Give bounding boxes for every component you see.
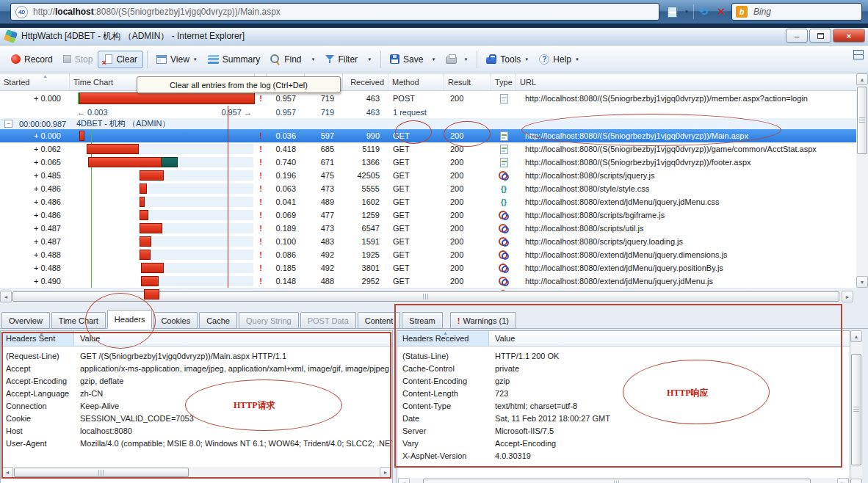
save-button[interactable]: Save▼ [385, 51, 441, 68]
headers-received-vertical-scrollbar[interactable]: ▲ ▼ [850, 330, 862, 483]
grid-vertical-scrollbar[interactable]: ▲ ▼ [856, 73, 868, 288]
scrollbar-thumb[interactable] [14, 468, 189, 477]
scroll-up-icon[interactable]: ▲ [856, 73, 868, 85]
tools-button[interactable]: Tools▼ [481, 51, 534, 68]
stop-button[interactable]: ✕ [712, 3, 730, 21]
header-row[interactable]: Accept-Encodinggzip, deflate [1, 374, 392, 387]
scroll-left-icon[interactable]: ◄ [0, 291, 12, 302]
tab-post-data[interactable]: POST Data [300, 312, 356, 329]
headers-sent-value-column[interactable]: Value [74, 331, 100, 346]
header-row[interactable]: Acceptapplication/x-ms-application, imag… [1, 362, 392, 374]
column-header-url[interactable]: URL [516, 73, 868, 90]
header-row[interactable]: Content-Length723 [397, 387, 850, 399]
url-cell[interactable]: http://localhost:8080/scripts/util.js [516, 222, 868, 235]
tab-warnings[interactable]: !Warnings (1) [450, 312, 516, 329]
scroll-up-icon[interactable]: ▲ [850, 330, 862, 342]
scrollbar-track[interactable] [410, 478, 837, 483]
scroll-left-icon[interactable]: ◄ [398, 478, 410, 483]
header-row[interactable]: (Status-Line)HTTP/1.1 200 OK [397, 349, 850, 362]
request-row[interactable]: + 0.000!0.957719463POST200http://localho… [0, 91, 868, 106]
scrollbar-thumb[interactable] [12, 291, 839, 302]
request-row[interactable]: + 0.487!0.1894736547GET200http://localho… [0, 222, 868, 235]
header-row[interactable]: Content-Encodinggzip [397, 374, 850, 387]
scrollbar-track[interactable] [850, 342, 862, 479]
url-cell[interactable]: http://localhost:8080/scripts/jquery.js [516, 169, 868, 182]
scroll-down-icon[interactable]: ▼ [850, 479, 862, 483]
scrollbar-thumb[interactable] [857, 87, 867, 154]
tab-cookies[interactable]: Cookies [153, 312, 198, 329]
header-row[interactable]: Accept-Languagezh-CN [1, 387, 392, 399]
scroll-right-icon[interactable]: ► [837, 478, 849, 483]
header-row[interactable]: DateSat, 11 Feb 2012 18:00:27 GMT [397, 412, 850, 424]
request-row[interactable]: + 0.486!0.0634735555GET200{}http://local… [0, 182, 868, 195]
header-row[interactable]: (Request-Line)GET /(S(5niogrbezbyj1vjgq0… [1, 349, 392, 362]
view-button[interactable]: View▼ [151, 51, 203, 68]
restore-button[interactable] [809, 29, 831, 43]
header-row[interactable]: ConnectionKeep-Alive [1, 399, 392, 412]
header-row[interactable]: ServerMicrosoft-IIS/7.5 [397, 424, 850, 437]
grid-horizontal-scrollbar[interactable]: ◄ ► [0, 291, 853, 302]
tab-stream[interactable]: Stream [402, 312, 442, 329]
url-cell[interactable]: http://localhost:8080/(S(5niogrbezbyj1vj… [516, 142, 868, 156]
group-header-row[interactable]: −00:00:00.9874DBET - 机构 （ADMIN） [0, 118, 868, 129]
request-row[interactable]: + 0.490!0.1484882952GET200http://localho… [0, 275, 868, 288]
collapse-icon[interactable]: − [4, 120, 12, 128]
filter-button[interactable]: Filter▼ [320, 51, 377, 68]
column-header-result[interactable]: Result [444, 73, 491, 90]
request-row[interactable]: + 0.065!0.7406711366GET200http://localho… [0, 156, 868, 169]
column-header-received[interactable]: Received [343, 73, 388, 90]
headers-sent-name-column[interactable]: Headers Sent [1, 331, 74, 346]
url-cell[interactable]: http://localhost:8080/scripts/bgiframe.j… [516, 208, 868, 222]
url-cell[interactable]: http://localhost:8080/(S(5niogrbezbyj1vj… [516, 129, 868, 142]
url-cell[interactable]: http://localhost:8080/extend/jdMenu/jque… [516, 261, 868, 275]
address-dropdown-button[interactable]: ▼ [681, 3, 692, 21]
column-header-type[interactable]: Type [491, 73, 516, 90]
url-cell[interactable]: http://localhost:8080/extend/jdMenu/jque… [516, 195, 868, 208]
address-bar[interactable]: 4D http://localhost:8080/(S(5niogrbezbyj… [10, 3, 659, 21]
url-cell[interactable]: http://localhost:8080/extend/jdMenu/jque… [516, 275, 868, 288]
scroll-right-icon[interactable]: ► [380, 467, 391, 478]
search-box[interactable]: b Bing [731, 3, 862, 21]
headers-received-horizontal-scrollbar[interactable]: ◄ ► [398, 478, 849, 483]
scrollbar-track[interactable] [13, 467, 380, 478]
clear-button[interactable]: ×Clear [98, 51, 143, 68]
scrollbar-thumb[interactable] [851, 354, 861, 465]
record-button[interactable]: Record [6, 51, 58, 68]
url-cell[interactable]: http://localhost:8080/extend/jdMenu/jque… [516, 248, 868, 261]
header-row[interactable]: Hostlocalhost:8080 [1, 424, 392, 437]
headers-received-value-column[interactable]: Value [489, 331, 515, 346]
headers-sent-horizontal-scrollbar[interactable]: ◄ ► [1, 467, 391, 478]
request-row[interactable]: + 0.487!0.1004831591GET200http://localho… [0, 235, 868, 248]
stop-recording-button[interactable]: Stop [58, 51, 98, 68]
url-cell[interactable]: http://localhost:8080/style/style.css [516, 182, 868, 195]
find-button[interactable]: Find▼ [265, 51, 320, 68]
header-row[interactable]: X-AspNet-Version4.0.30319 [397, 449, 850, 462]
print-button[interactable]: ▼ [441, 51, 473, 67]
request-row[interactable]: + 0.488!0.0864921925GET200http://localho… [0, 248, 868, 261]
refresh-button[interactable]: ⟲ [695, 3, 712, 21]
scroll-left-icon[interactable]: ◄ [1, 467, 13, 478]
url-cell[interactable]: http://localhost:8080/(S(5niogrbezbyj1vj… [516, 156, 868, 169]
tab-content[interactable]: Content [358, 312, 401, 329]
request-row[interactable]: + 0.485!0.19647542505GET200http://localh… [0, 169, 868, 182]
request-row[interactable]: + 0.062!0.4186855119GET200http://localho… [0, 142, 868, 156]
close-button[interactable]: × [833, 29, 865, 43]
address-url[interactable]: http://localhost:8080/(S(5niogrbezbyj1vj… [33, 7, 281, 17]
header-row[interactable]: VaryAccept-Encoding [397, 437, 850, 449]
help-button[interactable]: ?Help▼ [534, 51, 585, 68]
header-row[interactable]: CookieSESSION_VALID_CODE=7053 [1, 412, 392, 424]
request-row[interactable]: + 0.000!0.036597990GET200http://localhos… [0, 129, 868, 142]
scroll-right-icon[interactable]: ► [842, 291, 853, 302]
tab-headers[interactable]: Headers [107, 310, 153, 329]
url-cell[interactable]: http://localhost:8080/scripts/jquery.loa… [516, 235, 868, 248]
header-row[interactable]: Cache-Controlprivate [397, 362, 850, 374]
column-header-method[interactable]: Method [388, 73, 444, 90]
header-row[interactable]: Content-Typetext/html; charset=utf-8 [397, 399, 850, 412]
scrollbar-thumb[interactable] [423, 479, 811, 483]
summary-button[interactable]: Summary [203, 51, 265, 68]
compatibility-view-button[interactable] [662, 3, 681, 21]
scroll-down-icon[interactable]: ▼ [856, 276, 868, 288]
scrollbar-track[interactable] [12, 291, 842, 302]
header-row[interactable]: User-AgentMozilla/4.0 (compatible; MSIE … [1, 437, 392, 449]
tab-cache[interactable]: Cache [199, 312, 237, 329]
